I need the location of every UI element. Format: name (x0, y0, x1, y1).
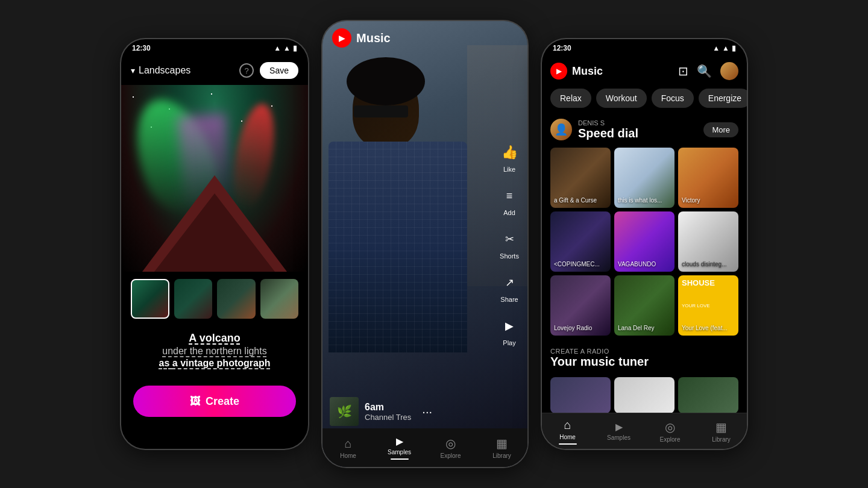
share-icon: ↗ (498, 272, 520, 293)
grid-item-label-8: Lana Del Rey (618, 325, 655, 332)
thumbnail-3[interactable] (217, 279, 255, 319)
more-options-icon[interactable]: ··· (422, 405, 432, 419)
app-logo: ▶ Music (332, 28, 518, 48)
grid-item-bg-8: Lana Del Rey (614, 275, 675, 336)
more-button[interactable]: More (703, 122, 738, 137)
grid-item-bg-1: a Gift & a Curse (550, 148, 611, 208)
samples-icon-3: ▶ (615, 421, 623, 433)
samples-label-2: Samples (388, 449, 411, 455)
grid-item-6[interactable]: clouds disinteg... (678, 211, 738, 272)
tab-focus[interactable]: Focus (652, 89, 694, 108)
grid-item-4[interactable]: <COPINGMEC... (550, 211, 611, 272)
signal-icon-3: ▲ (722, 44, 729, 52)
grid-item-2[interactable]: this is what los... (614, 148, 675, 208)
song-details: 6am Channel Tres (365, 402, 411, 422)
cast-icon[interactable]: ⊡ (678, 64, 688, 78)
nav-explore-2[interactable]: ◎ Explore (425, 436, 476, 459)
home-icon-2: ⌂ (344, 437, 351, 451)
grid-item-label-1: a Gift & a Curse (554, 197, 597, 204)
tab-energize[interactable]: Energize (699, 89, 747, 108)
share-label: Share (500, 296, 518, 303)
library-icon-3: ▦ (715, 420, 727, 434)
prompt-bold: a vintage photograph (172, 358, 271, 368)
grid-item-label-2: this is what los... (618, 197, 662, 204)
grid-item-bg-2: this is what los... (614, 148, 675, 208)
app-name-2: Music (356, 31, 391, 45)
thumbnail-1[interactable] (131, 279, 169, 319)
prompt-line-1: A volcano (136, 332, 294, 345)
home-label-3: Home (559, 434, 576, 440)
music-header: ▶ Music (322, 21, 527, 55)
create-radio-label: CREATE A RADIO (550, 348, 738, 355)
thumbnail-4[interactable] (260, 279, 298, 319)
nav-home-3[interactable]: ⌂ Home (542, 418, 593, 445)
status-bar-3: 12:30 ▲ ▲ ▮ (542, 39, 747, 55)
tab-workout[interactable]: Workout (596, 89, 647, 108)
shouse-sublabel: YOUR LOVE (682, 303, 710, 308)
share-button[interactable]: ↗ Share (498, 272, 520, 303)
phone-1: 12:30 ▲ ▲ ▮ ▾ Landscapes ? Save (121, 39, 308, 449)
nav-home-2[interactable]: ⌂ Home (322, 437, 374, 459)
samples-label-3: Samples (607, 434, 631, 441)
speed-dial-header: 👤 DENIS S Speed dial More (542, 115, 747, 143)
search-icon[interactable]: 🔍 (697, 64, 712, 78)
radio-img-2 (614, 377, 675, 413)
user-avatar-section: 👤 (550, 119, 572, 140)
add-button[interactable]: ≡ Add (498, 185, 520, 216)
active-indicator (391, 458, 409, 460)
play-label: Play (503, 339, 515, 346)
library-label-2: Library (492, 452, 511, 459)
radio-img-3 (678, 377, 738, 413)
main-image (121, 85, 308, 272)
battery-icon-3: ▮ (732, 44, 736, 52)
grid-item-8[interactable]: Lana Del Rey (614, 275, 675, 336)
grid-item-7[interactable]: Lovejoy Radio (550, 275, 611, 336)
thumbnail-2[interactable] (174, 279, 212, 319)
home-label-2: Home (340, 452, 356, 459)
create-button[interactable]: 🖼 Create (133, 386, 296, 417)
library-label-3: Library (712, 436, 731, 443)
bottom-nav-2: ⌂ Home ▶ Samples ◎ Explore ▦ Library (322, 428, 527, 467)
help-button[interactable]: ? (239, 63, 254, 78)
radio-image-strip (542, 372, 747, 413)
song-thumbnail: 🌿 (330, 397, 359, 426)
grid-item-3[interactable]: Victory (678, 148, 738, 208)
grid-item-1[interactable]: a Gift & a Curse (550, 148, 611, 208)
status-icons-1: ▲ ▲ ▮ (274, 44, 297, 52)
radio-img-1 (550, 377, 611, 413)
explore-label-2: Explore (441, 452, 461, 459)
like-button[interactable]: 👍 Like (498, 142, 520, 173)
save-button[interactable]: Save (260, 62, 298, 79)
play-button[interactable]: ▶ Play (498, 315, 520, 346)
status-bar-1: 12:30 ▲ ▲ ▮ (121, 39, 308, 55)
nav-samples-2[interactable]: ▶ Samples (374, 436, 425, 460)
speed-dial-title: Speed dial (578, 127, 638, 140)
prompt-display: A volcano under the northern lights as a… (121, 326, 308, 375)
song-info-bar: 🌿 6am Channel Tres ··· (330, 397, 432, 426)
samples-icon-2: ▶ (396, 436, 403, 447)
tab-relax[interactable]: Relax (550, 89, 591, 108)
explore-icon-2: ◎ (445, 436, 456, 451)
nav-explore-3[interactable]: ◎ Explore (644, 420, 696, 443)
shorts-button[interactable]: ✂ Shorts (498, 228, 520, 260)
user-avatar-header[interactable] (720, 62, 738, 80)
battery-icon-1: ▮ (293, 44, 297, 52)
header-actions: ? Save (239, 62, 298, 79)
status-icons-3: ▲ ▲ ▮ (712, 44, 736, 52)
section-left: 👤 DENIS S Speed dial (550, 119, 638, 140)
create-radio-title: Your music tuner (550, 355, 738, 369)
song-artist: Channel Tres (365, 413, 411, 422)
add-label: Add (503, 209, 515, 216)
grid-item-9[interactable]: SHOUSE YOUR LOVE Your Love (feat... (678, 275, 738, 336)
nav-library-2[interactable]: ▦ Library (476, 436, 527, 459)
chevron-down-icon: ▾ (131, 66, 135, 75)
signal-icon-1: ▲ (283, 44, 291, 52)
wifi-icon-3: ▲ (712, 44, 720, 52)
nav-library-3[interactable]: ▦ Library (696, 420, 747, 443)
create-icon: 🖼 (190, 395, 201, 408)
grid-item-bg-9: SHOUSE YOUR LOVE Your Love (feat... (678, 275, 738, 336)
header-actions-3: ⊡ 🔍 (678, 62, 738, 80)
add-icon: ≡ (498, 185, 520, 207)
nav-samples-3[interactable]: ▶ Samples (593, 421, 644, 441)
grid-item-5[interactable]: VAGABUNDO (614, 211, 675, 272)
